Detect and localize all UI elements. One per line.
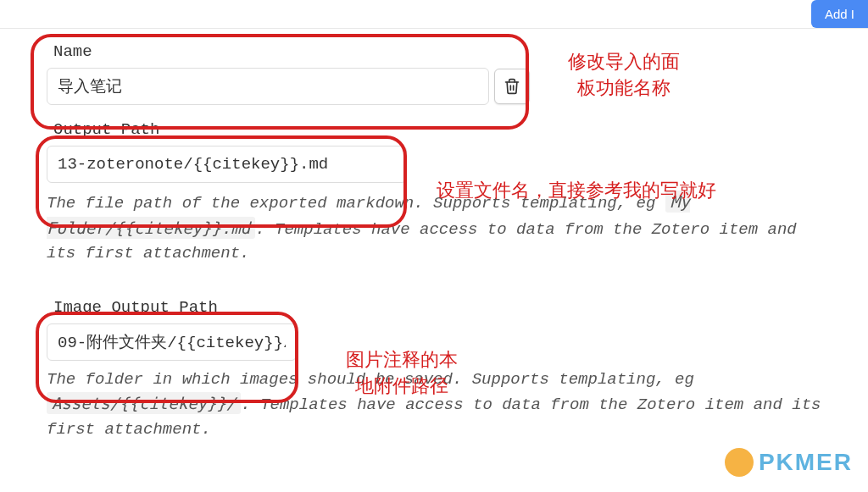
output-path-help: The file path of the exported markdown. …	[47, 190, 821, 266]
field-output-path: Output Path	[47, 112, 407, 183]
watermark: PKMER	[725, 448, 853, 477]
delete-button[interactable]	[494, 69, 530, 104]
image-output-path-input[interactable]	[47, 323, 297, 361]
image-output-path-help: The folder in which images should be sav…	[47, 368, 821, 442]
name-input[interactable]	[47, 68, 489, 105]
field-image-output-path: Image Output Path	[47, 290, 297, 361]
output-path-label: Output Path	[47, 112, 407, 146]
add-button[interactable]: Add I	[811, 0, 868, 28]
watermark-text: PKMER	[759, 449, 853, 476]
trash-icon	[504, 78, 520, 95]
field-name: Name	[47, 34, 530, 105]
output-path-input[interactable]	[47, 146, 407, 183]
image-output-path-label: Image Output Path	[47, 290, 297, 323]
name-label: Name	[47, 34, 530, 68]
watermark-icon	[725, 448, 754, 477]
